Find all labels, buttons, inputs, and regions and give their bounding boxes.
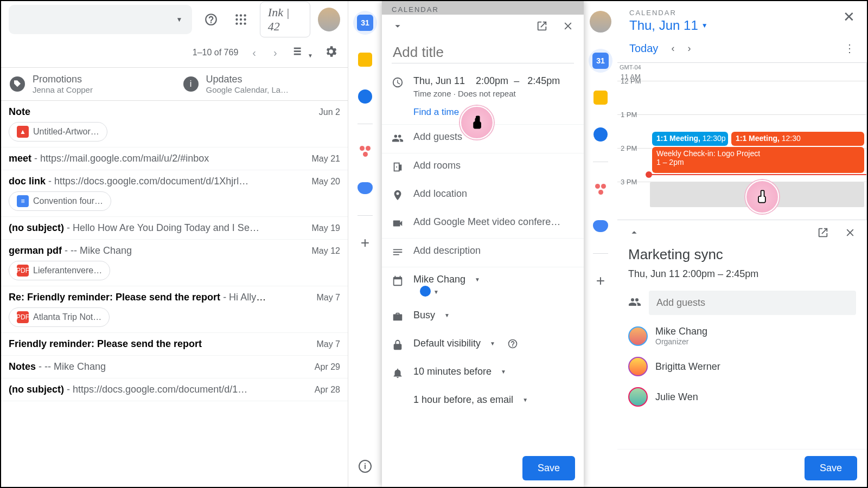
mail-row[interactable]: german pdf - -- Mike ChangPDFLieferanten… [1, 240, 348, 286]
avatar[interactable] [590, 11, 611, 33]
event-tz-line: Time zone · Does not repeat [413, 89, 574, 98]
avatar[interactable] [318, 8, 340, 31]
mail-subject: (no subject) - Hello How Are You Doing T… [9, 222, 259, 234]
svg-point-2 [244, 14, 246, 16]
rail-keep[interactable] [353, 48, 377, 72]
prev-day-icon[interactable]: ‹ [671, 43, 674, 54]
notification-2-select[interactable]: 1 hour before, as email ▼ [413, 394, 574, 406]
mail-subject: Note [9, 106, 107, 118]
rail-asana[interactable] [589, 177, 612, 201]
prev-page-icon[interactable]: ‹ [249, 47, 259, 59]
close-icon[interactable] [844, 227, 856, 241]
next-day-icon[interactable]: › [687, 43, 691, 54]
add-rooms[interactable]: Add rooms [413, 160, 574, 171]
calendar-icon: 31 [592, 53, 609, 69]
mail-row[interactable]: meet - https://mail.google.com/mail/u/2/… [1, 147, 348, 170]
calendar-date-dropdown[interactable]: Thu, Jun 11▼ [629, 18, 708, 33]
event-title-input[interactable] [392, 42, 574, 63]
rail-add[interactable]: + [589, 269, 612, 293]
rail-calendar[interactable]: 31 [353, 11, 377, 35]
close-icon[interactable]: ✕ [843, 9, 855, 25]
calendar-header-label: CALENDAR [629, 9, 708, 17]
close-icon[interactable] [562, 20, 574, 34]
attachment-chip[interactable]: PDFLieferantenvere… [9, 261, 110, 280]
gear-icon[interactable] [324, 44, 338, 61]
event-1-1-meeting-a[interactable]: 1:1 Meeting, 12:30p [652, 132, 728, 146]
time-selection[interactable] [650, 182, 864, 207]
add-meet[interactable]: Add Google Meet video confere… [413, 216, 574, 228]
event-weekly-checkin[interactable]: Weekly Check-in: Logo Project1 – 2pm [652, 147, 864, 173]
rail-cloud[interactable] [589, 214, 612, 238]
rail-tasks[interactable] [589, 123, 612, 146]
rail-cloud[interactable] [353, 176, 377, 200]
rail-asana[interactable] [353, 139, 377, 163]
lock-icon [392, 338, 405, 353]
today-button[interactable]: Today [629, 42, 658, 55]
calendar-color-dot[interactable] [420, 286, 431, 297]
rail-add[interactable]: + [353, 231, 377, 255]
rail-info[interactable]: i [353, 454, 377, 478]
guest-row[interactable]: Mike ChangOrganizer [628, 326, 856, 346]
mail-date: Jun 2 [319, 106, 340, 117]
description-icon [392, 245, 405, 260]
next-page-icon[interactable]: › [270, 47, 280, 59]
attachment-chip[interactable]: ▲Untitled-Artwor… [9, 122, 107, 142]
attachment-chip[interactable]: PDFAtlanta Trip Not… [9, 307, 110, 327]
svg-rect-10 [293, 50, 301, 52]
more-icon[interactable]: ⋮ [844, 42, 855, 55]
open-in-new-icon[interactable] [536, 20, 548, 34]
visibility-select[interactable]: Default visibility ▼ [413, 338, 574, 349]
availability-select[interactable]: Busy ▼ [413, 310, 574, 321]
event-end[interactable]: 2:45pm [527, 75, 560, 86]
open-in-new-icon[interactable] [817, 227, 829, 241]
help-icon[interactable] [200, 8, 222, 31]
apps-icon[interactable] [230, 8, 252, 31]
mail-row[interactable]: doc link - https://docs.google.com/docum… [1, 170, 348, 217]
guest-row[interactable]: Brigitta Werner [628, 357, 856, 376]
event-start[interactable]: 2:00pm [476, 75, 508, 86]
rail-tasks[interactable] [353, 85, 377, 108]
info-icon: i [183, 76, 199, 92]
chevron-down-icon[interactable]: ▼ [433, 289, 439, 295]
add-location[interactable]: Add location [413, 188, 574, 200]
rail-calendar[interactable]: 31 [589, 49, 612, 73]
add-guests[interactable]: Add guests [413, 131, 574, 143]
tab-updates[interactable]: i UpdatesGoogle Calendar, La… [175, 68, 348, 100]
detail-when: Thu, Jun 11 2:00pm – 2:45pm [628, 268, 856, 280]
add-description[interactable]: Add description [413, 245, 574, 256]
notification-1-select[interactable]: 10 minutes before ▼ [413, 366, 574, 377]
calendar-owner-select[interactable]: Mike Chang ▼ [413, 274, 574, 285]
guest-input[interactable] [649, 291, 856, 315]
calendar-pane: CALENDAR Thu, Jun 11▼ ✕ Today ‹ › ⋮ GMT-… [617, 1, 867, 487]
label-dropdown[interactable]: ▼ [9, 5, 192, 34]
density-icon[interactable]: ▼ [291, 46, 313, 60]
expand-up-icon[interactable] [628, 227, 640, 241]
plus-icon: + [596, 272, 605, 290]
location-icon [392, 188, 405, 203]
event-1-1-meeting-b[interactable]: 1:1 Meeting, 12:30 [731, 132, 864, 146]
attachment-chip[interactable]: ≡Convention four… [9, 191, 111, 211]
mail-date: May 7 [316, 338, 340, 349]
detail-save-button[interactable]: Save [805, 456, 857, 480]
mail-row[interactable]: Notes - -- Mike ChangApr 29 [1, 356, 348, 378]
rail-keep[interactable] [589, 86, 612, 110]
account-name[interactable]: Ink | 42 [260, 2, 310, 37]
mail-row[interactable]: (no subject) - https://docs.google.com/d… [1, 378, 348, 401]
now-indicator [649, 174, 866, 175]
guest-row[interactable]: Julie Wen [628, 387, 856, 407]
mail-row[interactable]: Re: Friendly reminder: Please send the r… [1, 286, 348, 333]
tab-promotions[interactable]: PromotionsJenna at Copper [1, 68, 175, 100]
mail-row[interactable]: Friendly reminder: Please send the repor… [1, 333, 348, 356]
chip-label: Untitled-Artwor… [33, 127, 99, 137]
clock-icon [392, 75, 405, 91]
event-date[interactable]: Thu, Jun 11 [413, 75, 465, 86]
compose-save-button[interactable]: Save [522, 456, 575, 480]
mail-row[interactable]: Note▲Untitled-Artwor…Jun 2 [1, 101, 348, 147]
mail-row[interactable]: (no subject) - Hello How Are You Doing T… [1, 217, 348, 240]
mail-subject: meet - https://mail.google.com/mail/u/2/… [9, 153, 209, 164]
mail-date: May 12 [312, 245, 340, 256]
mail-date: Apr 28 [315, 384, 340, 395]
tag-icon [10, 76, 25, 92]
collapse-icon[interactable] [392, 20, 404, 34]
find-a-time-link[interactable]: Find a time [413, 107, 459, 118]
